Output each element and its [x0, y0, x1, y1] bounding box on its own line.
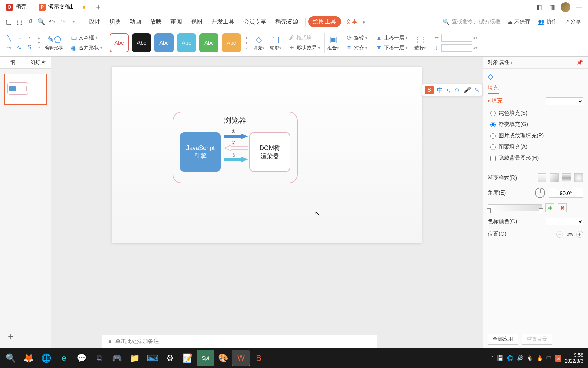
preview-icon[interactable]: 🔍	[36, 17, 46, 27]
radio-pattern[interactable]: 图案填充(A)	[488, 141, 583, 153]
browser-container-shape[interactable]: 浏览器 JavaScript 引擎 DOM树 渲染器 ① ② ③	[173, 112, 298, 183]
gallery-more-icon[interactable]: ▿	[38, 46, 40, 50]
coop-button[interactable]: 👥 协作	[535, 18, 560, 25]
tray-sogou-icon[interactable]: S	[555, 355, 561, 362]
menu-docker-res[interactable]: 稻壳资源	[271, 16, 303, 28]
style-swatch-4[interactable]: Abc	[177, 33, 196, 52]
style-swatch-3[interactable]: Abc	[154, 33, 174, 52]
panel-tab-fill[interactable]: 填充	[488, 85, 499, 94]
grad-style-2[interactable]	[550, 173, 559, 182]
menu-design[interactable]: 设计	[85, 16, 104, 28]
gallery-up-icon[interactable]: ▴	[38, 35, 40, 40]
minimize-icon[interactable]: —	[575, 3, 583, 11]
fill-button[interactable]: ◇填充▾	[253, 35, 264, 51]
redo-icon[interactable]: ↷	[58, 17, 68, 27]
window-mode-icon[interactable]: ◧	[535, 3, 543, 11]
style-swatch-2[interactable]: Abc	[132, 33, 151, 52]
tab-document[interactable]: P 演示文稿1	[33, 0, 92, 14]
outline-button[interactable]: ▢轮廓▾	[270, 35, 281, 51]
spt-icon[interactable]: Spt	[197, 350, 214, 366]
menu-review[interactable]: 审阅	[166, 16, 186, 28]
dom-renderer-shape[interactable]: DOM树 渲染器	[249, 132, 290, 172]
reset-bg-button[interactable]: 重置背景	[522, 334, 552, 345]
shape-elbow-icon[interactable]: └	[14, 34, 24, 43]
rotate-button[interactable]: ⟳旋转▾	[344, 33, 369, 42]
menu-transition[interactable]: 切换	[105, 16, 125, 28]
tray-app1-icon[interactable]: 🐧	[527, 355, 533, 361]
angle-minus[interactable]: −	[549, 188, 556, 197]
paint-icon[interactable]: 🎨	[214, 350, 232, 366]
style-more-icon[interactable]: ▿	[246, 46, 248, 50]
checkbox-hide-bg[interactable]: 隐藏背景图形(H)	[488, 153, 583, 164]
textbox-button[interactable]: ▭文本框▾	[69, 33, 104, 42]
style-swatch-5[interactable]: Abc	[199, 33, 218, 52]
angle-spinner[interactable]: − +	[549, 188, 583, 198]
chrome-icon[interactable]: 🌐	[37, 350, 55, 366]
slide-thumbnail-1[interactable]	[4, 74, 47, 105]
menu-draw-tool[interactable]: 绘图工具	[308, 16, 341, 27]
menu-dev[interactable]: 开发工具	[207, 16, 239, 28]
merge-shape-button[interactable]: ◉合并形状▾	[69, 44, 104, 52]
angle-dial[interactable]	[535, 188, 545, 198]
group-button[interactable]: ▣组合▾	[327, 35, 339, 51]
visualstudio-icon[interactable]: ⧉	[91, 350, 108, 366]
grad-style-3[interactable]	[562, 173, 571, 182]
notes-bar[interactable]: ≡ 单击此处添加备注	[102, 335, 377, 348]
grad-style-1[interactable]	[538, 173, 546, 182]
ime-punct-icon[interactable]: •,	[446, 87, 450, 94]
tray-usb-icon[interactable]: 💾	[497, 355, 504, 361]
style-swatch-1[interactable]: Abc	[110, 33, 129, 52]
undo-icon[interactable]: ↶▾	[47, 17, 57, 27]
vscode-icon[interactable]: ⌨	[144, 350, 161, 366]
ime-skin-icon[interactable]: ✎	[474, 86, 479, 94]
search-task-icon[interactable]: 🔍	[2, 350, 20, 366]
tray-ime-icon[interactable]: 中	[546, 355, 552, 362]
tab-outline[interactable]: 纲	[0, 57, 26, 68]
stop-color-select[interactable]	[546, 218, 583, 225]
slide[interactable]: 浏览器 JavaScript 引擎 DOM树 渲染器 ① ② ③ ↖	[112, 67, 422, 243]
style-up-icon[interactable]: ▴	[246, 35, 248, 40]
fill-preset-select[interactable]	[546, 97, 583, 105]
apps-grid-icon[interactable]: ▦	[548, 3, 556, 11]
apply-all-button[interactable]: 全部应用	[488, 334, 518, 345]
align-button[interactable]: ≡对齐▾	[344, 44, 369, 52]
remove-stop-button[interactable]: ✖	[558, 203, 567, 212]
menu-scroll-right-icon[interactable]: ▸	[362, 19, 367, 25]
menu-text-tool[interactable]: 文本	[342, 16, 361, 28]
save-icon[interactable]: ▢	[3, 17, 14, 27]
add-stop-button[interactable]: ✚	[545, 203, 554, 212]
b-app-icon[interactable]: B	[250, 350, 267, 366]
avatar[interactable]	[561, 2, 570, 12]
radio-solid[interactable]: 纯色填充(S)	[488, 108, 583, 119]
send-backward-button[interactable]: ▼下移一层▾	[374, 44, 409, 52]
shapes-gallery[interactable]: ╲ └ ⟋ ⤳ ∿ S	[1, 29, 37, 56]
ime-floating-bar[interactable]: S 中 •, ☺ 🎤 ✎	[422, 84, 483, 96]
new-tab-button[interactable]: ＋	[92, 2, 105, 12]
firefox-icon[interactable]: 🦊	[20, 350, 37, 366]
grad-style-4[interactable]	[574, 173, 583, 182]
arrow-2[interactable]	[224, 145, 248, 151]
width-field[interactable]: ↔▴▾	[432, 33, 479, 42]
bring-forward-button[interactable]: ▲上移一层▾	[374, 34, 409, 42]
tab-docker[interactable]: D 稻壳	[0, 0, 33, 14]
settings-icon[interactable]: ⚙	[161, 350, 179, 366]
share-button[interactable]: ↗ 分享	[561, 18, 585, 25]
shape-style-gallery[interactable]: Abc Abc Abc Abc Abc Abc	[110, 33, 241, 52]
unsaved-status[interactable]: ☁ 未保存	[504, 18, 534, 25]
menu-view[interactable]: 视图	[187, 16, 207, 28]
pin-icon[interactable]: 📌	[576, 59, 583, 66]
angle-plus[interactable]: +	[575, 188, 583, 197]
position-minus[interactable]: −	[556, 231, 563, 238]
notepad-icon[interactable]: 📝	[179, 350, 197, 366]
edit-shape-button[interactable]: ✎⬠ 编辑形状	[45, 35, 64, 51]
print-icon[interactable]: ⎙	[25, 17, 35, 27]
export-icon[interactable]: ⬚	[14, 17, 24, 27]
wps-task-icon[interactable]: W	[232, 350, 250, 366]
menu-member[interactable]: 会员专享	[239, 16, 271, 28]
select-button[interactable]: ⬚选择▾	[414, 35, 426, 51]
ime-voice-icon[interactable]: 🎤	[463, 86, 471, 94]
gradient-stop-1[interactable]	[487, 208, 491, 213]
shape-curve-icon[interactable]: ⟋	[24, 34, 34, 43]
fill-category-icon[interactable]: ◇	[488, 72, 493, 81]
format-painter-button[interactable]: 🖌格式刷	[287, 33, 322, 42]
